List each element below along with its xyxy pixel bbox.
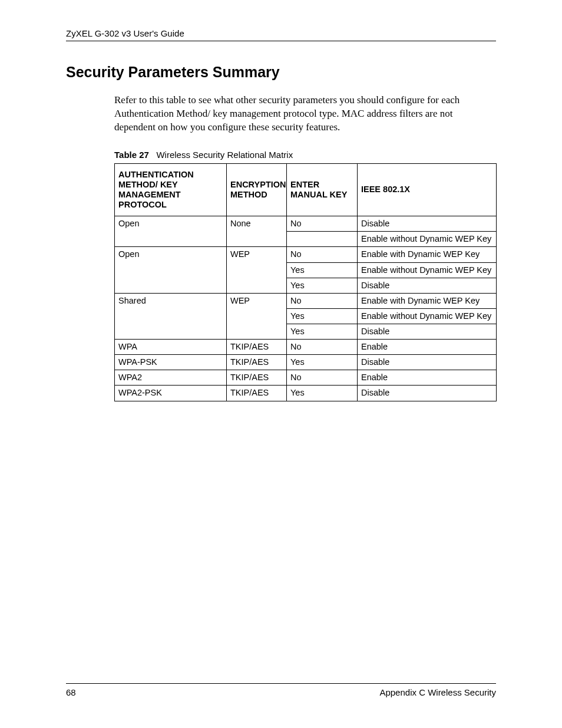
table-row: WPA-PSKTKIP/AESYesDisable <box>115 355 497 370</box>
guide-title: ZyXEL G-302 v3 User's Guide <box>66 28 184 38</box>
cell-manual: Yes <box>287 308 358 324</box>
table-caption-text: Wireless Security Relational Matrix <box>156 150 293 160</box>
cell-auth: WPA-PSK <box>115 355 227 370</box>
cell-manual: No <box>287 216 358 232</box>
cell-ieee: Disable <box>358 324 497 340</box>
cell-manual: No <box>287 340 358 355</box>
cell-ieee: Enable without Dynamic WEP Key <box>358 232 497 247</box>
cell-ieee: Enable with Dynamic WEP Key <box>358 293 497 308</box>
th-auth: AUTHENTICATION METHOD/ KEY MANAGEMENT PR… <box>115 163 227 216</box>
cell-ieee: Enable <box>358 340 497 355</box>
cell-ieee: Enable <box>358 370 497 386</box>
cell-auth: Open <box>115 247 227 293</box>
table-row: OpenNoneNoDisable <box>115 216 497 232</box>
th-enc: ENCRYPTION METHOD <box>227 163 287 216</box>
cell-manual: No <box>287 370 358 386</box>
cell-manual: Yes <box>287 278 358 293</box>
page-header: ZyXEL G-302 v3 User's Guide <box>66 28 496 41</box>
cell-ieee: Disable <box>358 216 497 232</box>
cell-manual <box>287 232 358 247</box>
cell-ieee: Disable <box>358 386 497 401</box>
cell-enc: WEP <box>227 293 287 339</box>
cell-ieee: Disable <box>358 278 497 293</box>
cell-manual: No <box>287 293 358 308</box>
table-row: SharedWEPNoEnable with Dynamic WEP Key <box>115 293 497 308</box>
th-ieee: IEEE 802.1X <box>358 163 497 216</box>
table-row: OpenWEPNoEnable with Dynamic WEP Key <box>115 247 497 262</box>
cell-manual: Yes <box>287 324 358 340</box>
cell-ieee: Enable without Dynamic WEP Key <box>358 308 497 324</box>
section-heading: Security Parameters Summary <box>66 64 496 81</box>
cell-ieee: Enable with Dynamic WEP Key <box>358 247 497 262</box>
cell-auth: WPA2 <box>115 370 227 386</box>
document-page: ZyXEL G-302 v3 User's Guide Security Par… <box>0 0 562 728</box>
cell-enc: TKIP/AES <box>227 370 287 386</box>
cell-auth: Open <box>115 216 227 247</box>
intro-paragraph: Refer to this table to see what other se… <box>114 94 496 134</box>
cell-enc: TKIP/AES <box>227 355 287 370</box>
page-number: 68 <box>66 687 76 697</box>
table-caption: Table 27 Wireless Security Relational Ma… <box>114 150 496 160</box>
cell-auth: WPA2-PSK <box>115 386 227 401</box>
cell-manual: No <box>287 247 358 262</box>
cell-ieee: Enable without Dynamic WEP Key <box>358 262 497 278</box>
page-footer: 68 Appendix C Wireless Security <box>66 683 496 697</box>
table-row: WPA2-PSKTKIP/AESYesDisable <box>115 386 497 401</box>
cell-auth: Shared <box>115 293 227 339</box>
cell-manual: Yes <box>287 386 358 401</box>
security-matrix-table: AUTHENTICATION METHOD/ KEY MANAGEMENT PR… <box>114 163 497 401</box>
cell-enc: None <box>227 216 287 247</box>
cell-manual: Yes <box>287 262 358 278</box>
appendix-label: Appendix C Wireless Security <box>379 687 496 697</box>
cell-manual: Yes <box>287 355 358 370</box>
cell-enc: WEP <box>227 247 287 293</box>
cell-enc: TKIP/AES <box>227 340 287 355</box>
table-caption-label: Table 27 <box>114 150 149 160</box>
th-manual: ENTER MANUAL KEY <box>287 163 358 216</box>
table-header-row: AUTHENTICATION METHOD/ KEY MANAGEMENT PR… <box>115 163 497 216</box>
cell-ieee: Disable <box>358 355 497 370</box>
table-row: WPA2TKIP/AESNoEnable <box>115 370 497 386</box>
cell-enc: TKIP/AES <box>227 386 287 401</box>
cell-auth: WPA <box>115 340 227 355</box>
table-row: WPATKIP/AESNoEnable <box>115 340 497 355</box>
